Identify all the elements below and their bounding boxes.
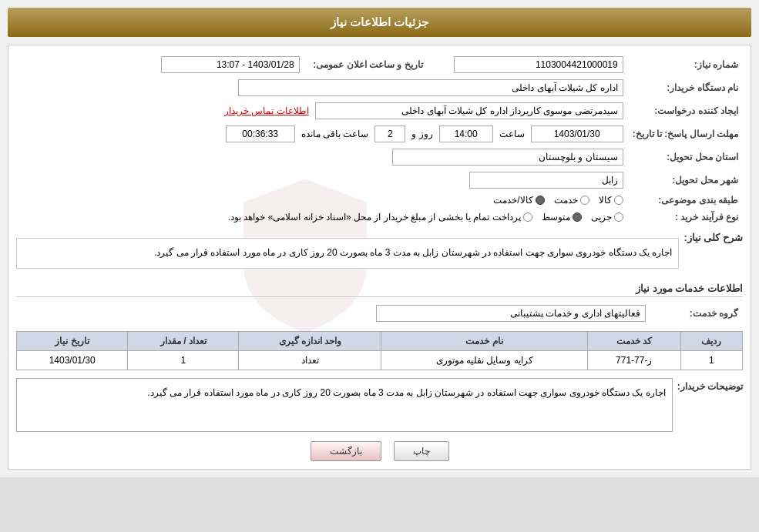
date-value: 1403/01/28 - 13:07 — [161, 56, 300, 73]
province-label: استان محل تحویل: — [628, 146, 743, 169]
col-header-date: تاریخ نیاز — [17, 331, 128, 350]
deadline-remaining: 00:36:33 — [226, 125, 295, 142]
creator-contact-link[interactable]: اطلاعات تماس خریدار — [224, 105, 309, 116]
service-group-value: فعالیتهای اداری و خدمات پشتیبانی — [376, 305, 646, 322]
process-label: نوع فرآیند خرید : — [628, 209, 743, 226]
cell-qty: 1 — [128, 350, 239, 370]
buyer-notes-label: توضیحات خریدار: — [677, 378, 743, 392]
creator-value: سیدمرتضی موسوی کاریرداز اداره کل شیلات آ… — [315, 102, 623, 119]
category-option-3[interactable]: کالا/خدمت — [493, 195, 544, 206]
process-option-2[interactable]: متوسط — [542, 212, 582, 223]
print-button[interactable]: چاپ — [394, 441, 449, 461]
category-label-3: کالا/خدمت — [493, 195, 532, 206]
deadline-label: مهلت ارسال پاسخ: تا تاریخ: — [628, 122, 743, 146]
radio-circle-1 — [614, 196, 623, 205]
table-row: 1 ز-77-771 کرایه وسایل نقلیه موتوری تعدا… — [17, 350, 743, 370]
category-option-1[interactable]: کالا — [599, 195, 623, 206]
category-radio-group: کالا خدمت کالا/خدمت — [21, 195, 623, 206]
need-number-label: شماره نیاز: — [628, 53, 743, 76]
process-label-2: متوسط — [542, 212, 570, 223]
cell-unit: تعداد — [239, 350, 381, 370]
province-value: سیستان و بلوچستان — [392, 149, 623, 166]
services-section-header: اطلاعات خدمات مورد نیاز — [16, 283, 743, 297]
cell-name: کرایه وسایل نقلیه موتوری — [381, 350, 588, 370]
need-description-label: شرح کلی نیاز: — [683, 232, 743, 246]
buyer-value: اداره کل شیلات آبهای داخلی — [238, 79, 623, 96]
deadline-days-label: روز و — [411, 129, 432, 139]
col-header-name: نام خدمت — [381, 331, 588, 350]
city-label: شهر محل تحویل: — [628, 169, 743, 192]
deadline-date: 1403/01/30 — [531, 125, 623, 142]
radio-circle-2 — [580, 196, 589, 205]
back-button[interactable]: بازگشت — [311, 441, 381, 461]
deadline-time: 14:00 — [439, 125, 493, 142]
footer-buttons: چاپ بازگشت — [16, 441, 743, 461]
process-label-3: پرداخت تمام یا بخشی از مبلغ خریدار از مح… — [228, 212, 521, 223]
process-radio-2 — [573, 212, 582, 222]
buyer-notes-text: اجاره یک دستگاه خودروی سواری جهت استفاده… — [16, 378, 673, 432]
col-header-unit: واحد اندازه گیری — [239, 331, 381, 350]
cell-row: 1 — [680, 350, 743, 370]
buyer-label: نام دستگاه خریدار: — [628, 76, 743, 99]
process-option-1[interactable]: جزیی — [591, 212, 623, 223]
cell-code: ز-77-771 — [587, 350, 680, 370]
category-option-2[interactable]: خدمت — [554, 195, 589, 206]
col-header-code: کد خدمت — [587, 331, 680, 350]
radio-circle-3 — [536, 196, 545, 205]
category-label: طبقه بندی موضوعی: — [628, 192, 743, 209]
col-header-row: ردیف — [680, 331, 743, 350]
category-label-2: خدمت — [554, 195, 578, 206]
header-title: جزئیات اطلاعات نیاز — [331, 15, 428, 28]
need-description-text: اجاره یک دستگاه خودروی سواری جهت استفاده… — [16, 238, 679, 269]
category-label-1: کالا — [599, 195, 612, 206]
process-radio-3 — [523, 212, 532, 222]
services-table: ردیف کد خدمت نام خدمت واحد اندازه گیری ت… — [16, 331, 743, 370]
col-header-qty: تعداد / مقدار — [128, 331, 239, 350]
date-label: تاریخ و ساعت اعلان عمومی: — [304, 53, 428, 76]
cell-date: 1403/01/30 — [17, 350, 128, 370]
process-radio-1 — [614, 212, 623, 222]
deadline-days: 2 — [374, 125, 405, 142]
process-radio-group: جزیی متوسط پرداخت تمام یا بخشی از مبلغ خ… — [21, 212, 623, 223]
deadline-time-label: ساعت — [499, 129, 525, 139]
process-label-1: جزیی — [591, 212, 612, 223]
need-number-value: 1103004421000019 — [454, 56, 623, 73]
process-option-3[interactable]: پرداخت تمام یا بخشی از مبلغ خریدار از مح… — [228, 212, 532, 223]
city-value: زابل — [469, 172, 623, 189]
service-group-label: گروه خدمت: — [650, 302, 743, 325]
deadline-remaining-label: ساعت باقی مانده — [301, 129, 369, 139]
creator-label: ایجاد کننده درخواست: — [628, 99, 743, 122]
page-header: جزئیات اطلاعات نیاز — [8, 8, 751, 37]
